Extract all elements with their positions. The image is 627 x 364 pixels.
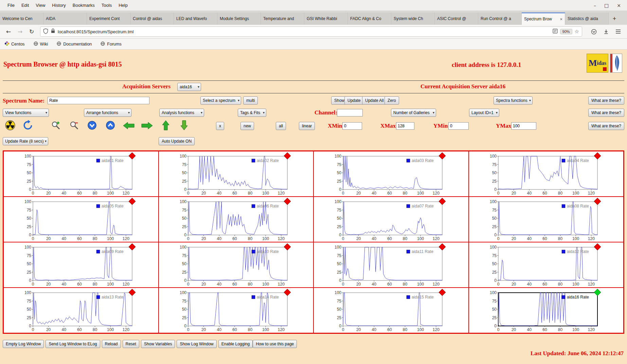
bookmark-wiki[interactable]: Wiki (34, 41, 48, 47)
close-button[interactable]: × (617, 3, 621, 8)
pocket-icon[interactable] (588, 29, 599, 35)
select-spectrum-dropdown[interactable]: Select a spectrum (200, 96, 241, 105)
tab-experiment-cont[interactable]: Experiment Cont (87, 13, 130, 25)
tab-welcome-to-cen[interactable]: Welcome to Cen (0, 13, 43, 25)
app-menu-icon[interactable] (613, 29, 624, 34)
url-bar[interactable]: localhost:8015/Spectrum/Spectrum.tml 90%… (40, 26, 582, 37)
zoom-out-icon[interactable] (69, 121, 79, 132)
show-log-window-button[interactable]: Show Log Window (177, 340, 216, 348)
move-up-icon[interactable] (161, 120, 171, 132)
move-left-icon[interactable] (122, 121, 135, 132)
reload-button[interactable]: Reload (102, 340, 121, 348)
tab-gsi-white-rabbi[interactable]: GSI White Rabbi (304, 13, 348, 25)
back-button[interactable]: ← (3, 28, 14, 35)
update-rate-dropdown[interactable]: Update Rate (8 secs) (3, 137, 48, 145)
spectra-functions-dropdown[interactable]: Spectra functions (494, 96, 533, 105)
zoom-level-badge[interactable]: 90% (560, 29, 572, 34)
gallery-panel-aida13-rate[interactable]: 0255075100020406080100120aida13 Rate (3, 288, 159, 333)
move-right-icon[interactable] (141, 121, 154, 132)
acquisition-server-select[interactable]: aida16 (177, 83, 201, 91)
gallery-panel-aida11-rate[interactable]: 0255075100020406080100120aida11 Rate (314, 242, 469, 288)
forward-button[interactable]: → (15, 28, 25, 35)
gallery-panel-aida01-rate[interactable]: 0255075100020406080100120aida01 Rate (3, 151, 159, 197)
show-variables-button[interactable]: Show Variables (141, 340, 175, 348)
menu-help[interactable]: Help (115, 3, 131, 8)
send-log-window-to-elog-button[interactable]: Send Log Window to ELog (46, 340, 100, 348)
maximize-button[interactable]: □ (604, 3, 609, 8)
view-functions-dropdown[interactable]: View functions (3, 109, 49, 117)
tab-statistics-aida[interactable]: Statistics @ aida (565, 13, 609, 25)
gallery-panel-aida10-rate[interactable]: 0255075100020406080100120aida10 Rate (159, 242, 314, 288)
menu-file[interactable]: File (4, 3, 18, 8)
gallery-panel-aida04-rate[interactable]: 0255075100020406080100120aida04 Rate (469, 151, 624, 197)
gallery-panel-aida09-rate[interactable]: 0255075100020406080100120aida09 Rate (3, 242, 159, 288)
auto-update-button[interactable]: Auto Update ON (159, 137, 195, 145)
menu-bookmarks[interactable]: Bookmarks (69, 3, 98, 8)
arrange-functions-dropdown[interactable]: Arrange functions (84, 109, 131, 117)
downloads-icon[interactable] (601, 29, 611, 35)
enable-logging-button[interactable]: Enable Logging (218, 340, 253, 348)
gallery-panel-aida03-rate[interactable]: 0255075100020406080100120aida03 Rate (314, 151, 469, 197)
menu-tools[interactable]: Tools (98, 3, 115, 8)
page-down-icon[interactable] (87, 120, 97, 132)
ymin-input[interactable] (448, 122, 469, 130)
bookmark-documentation[interactable]: Documentation (57, 41, 92, 47)
menu-history[interactable]: History (49, 3, 69, 8)
gallery-panel-aida16-rate[interactable]: 0255075100020406080100120aida16 Rate (469, 288, 624, 333)
gallery-panel-aida08-rate[interactable]: 0255075100020406080100120aida08 Rate (469, 197, 624, 242)
tab-close-icon[interactable]: × (560, 17, 562, 22)
bookmark-forums[interactable]: Forums (101, 41, 121, 47)
move-down-icon[interactable] (179, 120, 189, 132)
update-all-button[interactable]: Update All (362, 96, 387, 105)
menu-edit[interactable]: Edit (18, 3, 32, 8)
spectrum-name-input[interactable] (48, 97, 149, 104)
new-tab-button[interactable]: + (609, 13, 620, 25)
tab-spectrum-brow[interactable]: Spectrum Brow× (522, 13, 565, 25)
tab-system-wide-ch[interactable]: System wide Ch (391, 13, 435, 25)
tab-module-settings[interactable]: Module Settings (217, 13, 261, 25)
what-are-these-button[interactable]: What are these? (588, 109, 624, 117)
xmax-input[interactable] (396, 122, 414, 130)
radiation-icon[interactable] (5, 120, 16, 132)
layout-id-dropdown[interactable]: Layout ID=1 (469, 109, 499, 117)
bookmark-star-icon[interactable]: ☆ (575, 29, 579, 35)
minimize-button[interactable]: – (594, 3, 596, 8)
new-button[interactable]: new (240, 122, 254, 130)
reload-button[interactable]: ↻ (26, 28, 37, 35)
zero-button[interactable]: Zero (384, 96, 399, 105)
bookmark-centos[interactable]: Centos (5, 41, 25, 47)
zoom-in-icon[interactable] (51, 121, 61, 132)
all-button[interactable]: all (276, 122, 286, 130)
tab-led-and-wavefo[interactable]: LED and Wavefo (174, 13, 217, 25)
tracking-protection-icon[interactable] (43, 28, 48, 35)
how-to-button[interactable]: How to use this page (253, 340, 297, 348)
gallery-panel-aida06-rate[interactable]: 0255075100020406080100120aida06 Rate (159, 197, 314, 242)
analysis-functions-dropdown[interactable]: Analysis functions (159, 109, 204, 117)
reader-view-icon[interactable] (553, 29, 558, 35)
multi-button[interactable]: multi (243, 96, 258, 105)
ymax-input[interactable] (511, 122, 536, 130)
update-button[interactable]: Update (344, 96, 364, 105)
tab-control-aidas[interactable]: Control @ aidas (130, 13, 174, 25)
tab-run-control-a[interactable]: Run Control @ a (478, 13, 522, 25)
menu-view[interactable]: View (32, 3, 49, 8)
tab-temperature-and[interactable]: Temperature and (261, 13, 304, 25)
connection-lock-icon[interactable] (51, 28, 55, 35)
page-up-icon[interactable] (105, 120, 115, 132)
linear-button[interactable]: linear (299, 122, 315, 130)
refresh-icon[interactable] (22, 120, 33, 132)
what-are-these-button[interactable]: What are these? (588, 96, 624, 105)
empty-log-window-button[interactable]: Empty Log Window (3, 340, 44, 348)
tab-aida[interactable]: AIDA (43, 13, 87, 25)
gallery-panel-aida14-rate[interactable]: 0255075100020406080100120aida14 Rate (159, 288, 314, 333)
channel-input[interactable] (337, 109, 363, 116)
number-of-galleries-dropdown[interactable]: Number of Galleries (391, 109, 436, 117)
gallery-panel-aida02-rate[interactable]: 0255075100020406080100120aida02 Rate (159, 151, 314, 197)
gallery-panel-aida15-rate[interactable]: 0255075100020406080100120aida15 Rate (314, 288, 469, 333)
x-button[interactable]: x (216, 122, 224, 130)
gallery-panel-aida07-rate[interactable]: 0255075100020406080100120aida07 Rate (314, 197, 469, 242)
tags-fits-dropdown[interactable]: Tags & Fits (238, 109, 266, 117)
tab-fadc-align-co[interactable]: FADC Align & Co (348, 13, 391, 25)
xmin-input[interactable] (342, 122, 362, 130)
gallery-panel-aida12-rate[interactable]: 0255075100020406080100120aida12 Rate (469, 242, 624, 288)
